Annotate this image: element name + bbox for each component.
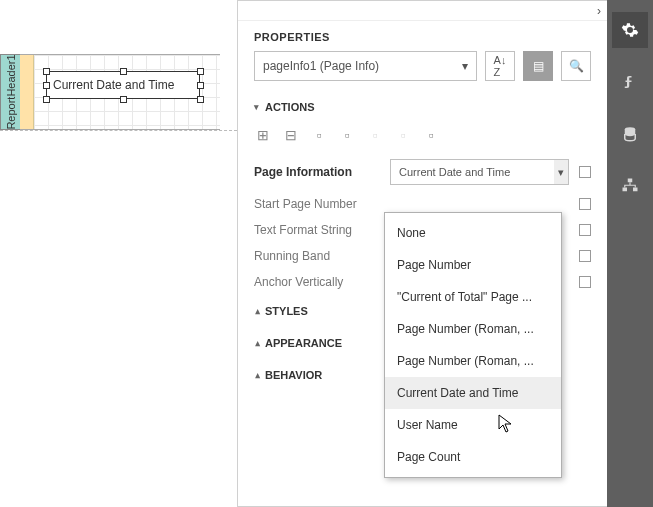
panel-collapse-bar[interactable]: › — [238, 1, 607, 21]
page-information-dropdown[interactable]: Current Date and Time ▾ — [390, 159, 569, 185]
prop-marker[interactable] — [579, 276, 591, 288]
prop-marker[interactable] — [579, 224, 591, 236]
gear-icon — [621, 21, 639, 39]
caret-down-icon: ▾ — [462, 59, 468, 73]
object-selector-text: pageInfo1 (Page Info) — [263, 59, 379, 73]
dropdown-option-page-count[interactable]: Page Count — [385, 441, 561, 473]
band-header-label[interactable]: ReportHeader1 — [0, 54, 20, 130]
band-body[interactable]: Current Date and Time — [20, 54, 220, 130]
design-boundary — [0, 130, 237, 131]
dropdown-option-none[interactable]: None — [385, 217, 561, 249]
prop-marker[interactable] — [579, 250, 591, 262]
chevron-right-icon: › — [597, 4, 601, 18]
sort-icon: A↓Z — [494, 54, 507, 78]
center-icon[interactable]: ▫ — [422, 127, 440, 143]
function-icon — [621, 73, 639, 91]
svg-rect-2 — [623, 188, 628, 192]
search-button[interactable]: 🔍 — [561, 51, 591, 81]
caret-down-icon: ▾ — [554, 160, 568, 184]
categorized-button[interactable]: ▤ — [523, 51, 553, 81]
rail-report-explorer-button[interactable] — [612, 168, 648, 204]
align-left-icon[interactable]: ▫ — [310, 127, 328, 143]
dropdown-option-roman-2[interactable]: Page Number (Roman, ... — [385, 345, 561, 377]
svg-rect-3 — [633, 188, 638, 192]
dropdown-option-roman-1[interactable]: Page Number (Roman, ... — [385, 313, 561, 345]
expand-icon: ▾ — [254, 102, 259, 112]
prop-marker[interactable] — [579, 198, 591, 210]
fit-width-icon[interactable]: ⊞ — [254, 127, 272, 143]
section-appearance-label: APPEARANCE — [265, 337, 342, 349]
fit-height-icon[interactable]: ⊟ — [282, 127, 300, 143]
dropdown-option-current-datetime[interactable]: Current Date and Time — [385, 377, 561, 409]
rail-expressions-button[interactable] — [612, 64, 648, 100]
resize-handle[interactable] — [197, 96, 204, 103]
resize-handle[interactable] — [43, 96, 50, 103]
search-icon: 🔍 — [569, 59, 584, 73]
resize-handle[interactable] — [197, 82, 204, 89]
resize-handle[interactable] — [197, 68, 204, 75]
prop-marker[interactable] — [579, 166, 591, 178]
section-actions[interactable]: ▾ ACTIONS — [238, 91, 607, 123]
prop-label: Page Information — [254, 165, 380, 179]
dropdown-option-current-of-total[interactable]: "Current of Total" Page ... — [385, 281, 561, 313]
align-right-icon[interactable]: ▫ — [338, 127, 356, 143]
object-selector[interactable]: pageInfo1 (Page Info) ▾ — [254, 51, 477, 81]
rail-data-button[interactable] — [612, 116, 648, 152]
resize-handle[interactable] — [43, 68, 50, 75]
dropdown-option-page-number[interactable]: Page Number — [385, 249, 561, 281]
resize-handle[interactable] — [120, 96, 127, 103]
sort-alpha-button[interactable]: A↓Z — [485, 51, 515, 81]
collapse-icon: ▸ — [252, 309, 262, 314]
prop-value: Current Date and Time — [399, 166, 510, 178]
section-behavior-label: BEHAVIOR — [265, 369, 322, 381]
prop-label: Text Format String — [254, 223, 380, 237]
band-gutter — [20, 55, 34, 129]
actions-toolbar: ⊞ ⊟ ▫ ▫ ▫ ▫ ▫ — [238, 123, 607, 153]
prop-label: Anchor Vertically — [254, 275, 380, 289]
resize-handle[interactable] — [43, 82, 50, 89]
panel-title: PROPERTIES — [238, 21, 607, 51]
prop-page-information: Page Information Current Date and Time ▾ — [238, 153, 607, 191]
send-back-icon: ▫ — [366, 127, 384, 143]
bring-front-icon: ▫ — [394, 127, 412, 143]
rail-properties-button[interactable] — [612, 12, 648, 48]
right-rail — [607, 0, 653, 507]
svg-rect-1 — [628, 179, 633, 183]
band-header-text: ReportHeader1 — [5, 54, 17, 129]
resize-handle[interactable] — [120, 68, 127, 75]
section-actions-label: ACTIONS — [265, 101, 315, 113]
dropdown-option-user-name[interactable]: User Name — [385, 409, 561, 441]
design-surface: ReportHeader1 Current Date and Time — [0, 54, 237, 154]
pageinfo-control-text: Current Date and Time — [53, 78, 174, 92]
tree-icon — [621, 177, 639, 195]
prop-label: Running Band — [254, 249, 380, 263]
collapse-icon: ▸ — [252, 373, 262, 378]
collapse-icon: ▸ — [252, 341, 262, 346]
prop-label: Start Page Number — [254, 197, 380, 211]
grid-icon: ▤ — [533, 59, 544, 73]
database-icon — [621, 125, 639, 143]
pageinfo-control[interactable]: Current Date and Time — [46, 71, 200, 99]
section-styles-label: STYLES — [265, 305, 308, 317]
page-information-dropdown-list[interactable]: None Page Number "Current of Total" Page… — [384, 212, 562, 478]
